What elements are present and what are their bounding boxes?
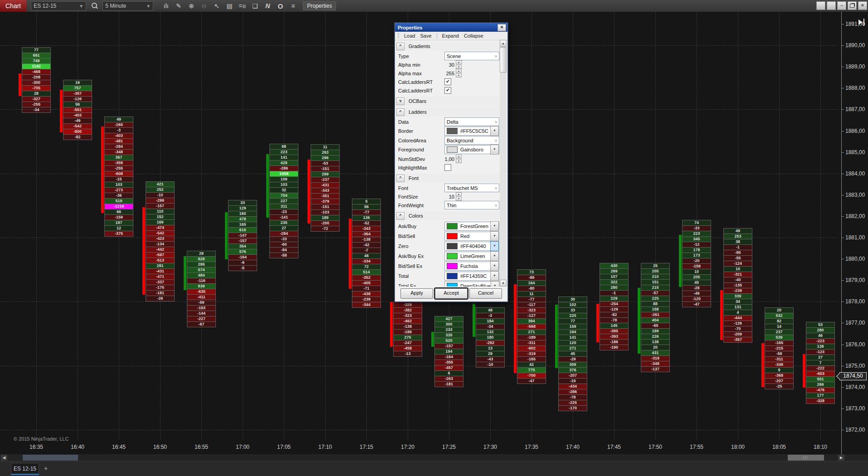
color-dropdown-icon[interactable]: ▼ — [490, 241, 499, 251]
spin-down-icon[interactable]: ▼ — [456, 65, 462, 69]
property-checkbox[interactable]: ✔ — [444, 87, 451, 94]
scroll-up-icon[interactable]: ▲ — [500, 40, 507, 47]
section-header-ladders[interactable]: ^Ladders — [396, 107, 499, 117]
minimize-button[interactable]: – — [837, 1, 846, 10]
close-button[interactable]: ✕ — [858, 1, 867, 10]
menu-save[interactable]: Save — [420, 33, 431, 39]
window-extra-button[interactable] — [816, 1, 825, 10]
color-select[interactable]: Gainsboro▼ — [444, 145, 499, 154]
ladder-cell: -344 — [352, 302, 381, 308]
line-tool-icon[interactable]: N — [262, 1, 273, 11]
color-dropdown-icon[interactable]: ▼ — [490, 251, 499, 261]
zoom-in-icon[interactable]: ⊕ — [186, 1, 197, 11]
scroll-right-icon[interactable]: ▶ — [838, 455, 844, 461]
section-header-gradients[interactable]: ^Gradients — [396, 42, 499, 51]
tab-bar: ES 12-15 + — [0, 461, 868, 476]
ladder-cell: -67 — [187, 321, 216, 327]
color-dropdown-icon[interactable]: ▼ — [490, 145, 499, 155]
market-analyzer-icon[interactable]: =ıı — [237, 1, 248, 11]
collapse-section-icon[interactable]: ^ — [396, 212, 405, 220]
spin-down-icon[interactable]: ▼ — [456, 159, 462, 163]
scrollbar-thumb[interactable] — [788, 455, 824, 461]
property-spinner[interactable]: 30▲▼ — [444, 60, 462, 69]
dialog-scrollbar[interactable]: ▲ ▼ — [500, 40, 507, 287]
pencil-draw-icon[interactable]: ✎ — [173, 1, 184, 11]
property-spinner[interactable]: 10▲▼ — [444, 192, 462, 201]
add-tab-button[interactable]: + — [42, 464, 50, 472]
dialog-close-icon[interactable]: ✕ — [497, 24, 506, 31]
collapse-section-icon[interactable]: ^ — [396, 108, 405, 116]
window-extra-button[interactable] — [827, 1, 836, 10]
color-select[interactable]: Red▼ — [444, 232, 499, 241]
property-select[interactable]: Deltav — [444, 117, 499, 126]
collapse-section-icon[interactable]: ^ — [396, 43, 405, 50]
instrument-select[interactable]: ES 12-15 ▼ — [31, 1, 86, 11]
color-dropdown-icon[interactable]: ▼ — [490, 221, 499, 231]
menu-load[interactable]: Load — [404, 33, 415, 39]
property-checkbox[interactable] — [444, 164, 451, 171]
price-axis-label: 1888,00 — [845, 85, 865, 91]
horizontal-scrollbar[interactable]: ◀ ▶ — [0, 454, 868, 461]
chart-window-tab[interactable]: Chart — [0, 0, 26, 12]
spin-down-icon[interactable]: ▼ — [456, 73, 462, 78]
scroll-left-icon[interactable]: ◀ — [1, 455, 7, 461]
interval-select[interactable]: 5 Minute ▼ — [102, 1, 153, 11]
reload-icon[interactable]: O — [275, 1, 286, 11]
scrollbar-thumb[interactable] — [500, 47, 507, 73]
color-select[interactable]: DeepSkyBlue▼ — [444, 282, 499, 287]
zoom-out-icon[interactable]: ⊖ — [199, 1, 210, 11]
color-select[interactable]: ForestGreen▼ — [444, 222, 499, 231]
spin-up-icon[interactable]: ▲ — [456, 155, 462, 159]
color-dropdown-icon[interactable]: ▼ — [490, 271, 499, 281]
property-select[interactable]: Trebuchet MSv — [444, 184, 499, 192]
section-header-colors[interactable]: ^Colors — [396, 211, 499, 220]
properties-toolbar-button[interactable]: Properties — [303, 1, 336, 10]
dialog-property-grid: ^GradientsTypeScenevAlpha min30▲▼Alpha m… — [396, 40, 499, 287]
cursor-icon[interactable]: ↖ — [211, 1, 222, 11]
property-select[interactable]: Backgroundv — [444, 136, 499, 145]
apply-button[interactable]: Apply — [400, 288, 433, 299]
color-select[interactable]: #FF404040▼ — [444, 242, 499, 251]
color-dropdown-icon[interactable]: ▼ — [490, 126, 499, 136]
scroll-down-icon[interactable]: ▼ — [500, 280, 507, 287]
color-select[interactable]: Fuchsia▼ — [444, 262, 499, 271]
property-select[interactable]: Scenev — [444, 52, 499, 60]
price-bars-icon[interactable]: ılı — [161, 1, 171, 11]
color-dropdown-icon[interactable]: ▼ — [491, 281, 499, 287]
restore-button[interactable] — [848, 1, 857, 10]
expand-section-icon[interactable]: v — [396, 97, 405, 105]
go-to-last-bar-icon[interactable] — [858, 19, 866, 26]
spin-up-icon[interactable]: ▲ — [456, 60, 462, 64]
tab-es-12-15[interactable]: ES 12-15 — [11, 463, 39, 475]
ladder-column: 205328214237539-165-215-58-311-3499-368-… — [765, 307, 794, 389]
color-select[interactable]: #FF14359C▼ — [444, 272, 499, 281]
layers-icon[interactable]: ❏ — [249, 1, 260, 11]
data-series-icon[interactable]: ≡ — [288, 1, 298, 11]
property-select[interactable]: Thinv — [444, 201, 499, 209]
spin-down-icon[interactable]: ▼ — [456, 197, 462, 201]
price-axis-tick — [841, 301, 844, 302]
property-spinner[interactable]: 255▲▼ — [444, 69, 462, 78]
menu-expand[interactable]: Expand — [442, 33, 459, 39]
property-checkbox[interactable]: ✔ — [444, 78, 451, 85]
spin-up-icon[interactable]: ▲ — [456, 69, 462, 73]
time-axis-label: 17:45 — [607, 444, 621, 450]
color-dropdown-icon[interactable]: ▼ — [490, 261, 499, 271]
price-axis-tick — [841, 109, 844, 110]
section-header-font[interactable]: ^Font — [396, 174, 499, 183]
color-dropdown-icon[interactable]: ▼ — [490, 231, 499, 241]
color-select[interactable]: #FF5C5C5C▼ — [444, 126, 499, 136]
menu-collapse[interactable]: Collapse — [464, 33, 483, 39]
color-name: Fuchsia — [460, 263, 478, 269]
accept-button[interactable]: Accept — [435, 288, 468, 299]
section-header-ocbars[interactable]: vOCBars — [396, 97, 499, 106]
cancel-button[interactable]: Cancel — [469, 288, 502, 299]
color-select[interactable]: LimeGreen▼ — [444, 252, 499, 261]
dialog-titlebar[interactable]: Properties ✕ — [395, 23, 507, 32]
chart-trader-icon[interactable]: ▤ — [224, 1, 235, 11]
property-spinner[interactable]: 1,00▲▼ — [444, 155, 462, 163]
collapse-section-icon[interactable]: ^ — [396, 175, 405, 182]
scrollbar-segment[interactable] — [23, 455, 78, 461]
instrument-search-icon[interactable] — [91, 2, 98, 10]
spin-up-icon[interactable]: ▲ — [456, 192, 462, 196]
